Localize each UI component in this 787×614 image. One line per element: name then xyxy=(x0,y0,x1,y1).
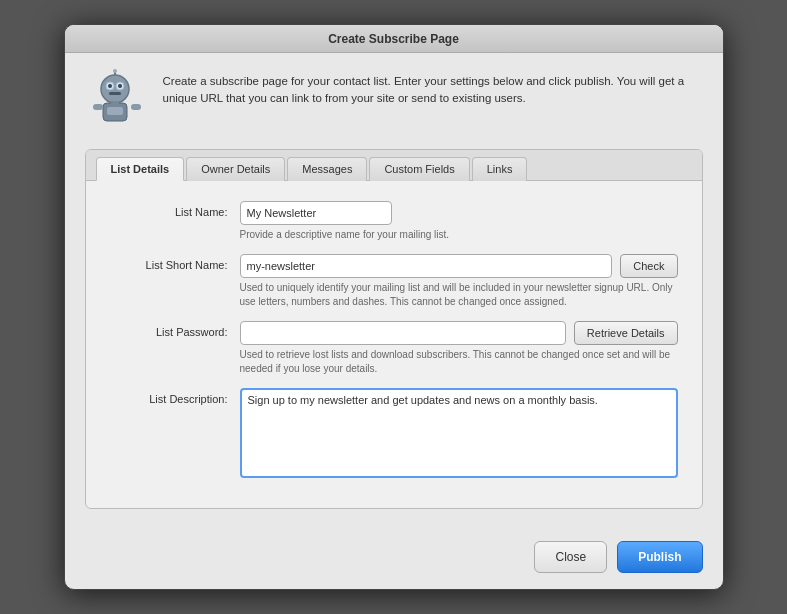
list-description-field-wrap: Sign up to my newsletter and get updates… xyxy=(240,388,678,482)
list-short-name-input-row: Check xyxy=(240,254,678,278)
list-short-name-field-wrap: Check Used to uniquely identify your mai… xyxy=(240,254,678,309)
list-password-input[interactable] xyxy=(240,321,566,345)
close-button[interactable]: Close xyxy=(534,541,607,573)
svg-rect-10 xyxy=(93,104,103,110)
list-description-input[interactable]: Sign up to my newsletter and get updates… xyxy=(240,388,678,478)
svg-rect-9 xyxy=(107,107,123,115)
list-short-name-hint: Used to uniquely identify your mailing l… xyxy=(240,281,678,309)
tab-custom-fields[interactable]: Custom Fields xyxy=(369,157,469,181)
list-name-field-wrap: Provide a descriptive name for your mail… xyxy=(240,201,678,242)
tab-list-details[interactable]: List Details xyxy=(96,157,185,181)
header-description: Create a subscribe page for your contact… xyxy=(163,69,703,108)
header-area: Create a subscribe page for your contact… xyxy=(85,69,703,133)
list-password-hint: Used to retrieve lost lists and download… xyxy=(240,348,678,376)
tab-messages[interactable]: Messages xyxy=(287,157,367,181)
svg-point-0 xyxy=(101,75,129,103)
robot-svg xyxy=(85,69,149,133)
tabs-bar: List Details Owner Details Messages Cust… xyxy=(86,150,702,181)
list-password-input-row: Retrieve Details xyxy=(240,321,678,345)
footer: Close Publish xyxy=(65,529,723,589)
tab-links[interactable]: Links xyxy=(472,157,528,181)
titlebar: Create Subscribe Page xyxy=(65,25,723,53)
window-title: Create Subscribe Page xyxy=(328,32,459,46)
robot-icon xyxy=(85,69,149,133)
list-name-row: List Name: Provide a descriptive name fo… xyxy=(110,201,678,242)
list-password-row: List Password: Retrieve Details Used to … xyxy=(110,321,678,376)
list-short-name-row: List Short Name: Check Used to uniquely … xyxy=(110,254,678,309)
list-description-row: List Description: Sign up to my newslett… xyxy=(110,388,678,482)
main-panel: List Details Owner Details Messages Cust… xyxy=(85,149,703,509)
tab-owner-details[interactable]: Owner Details xyxy=(186,157,285,181)
svg-point-4 xyxy=(118,84,122,88)
list-name-label: List Name: xyxy=(110,201,240,218)
svg-rect-7 xyxy=(109,92,121,95)
tab-content: List Name: Provide a descriptive name fo… xyxy=(86,181,702,508)
list-name-hint: Provide a descriptive name for your mail… xyxy=(240,228,678,242)
check-button[interactable]: Check xyxy=(620,254,677,278)
retrieve-details-button[interactable]: Retrieve Details xyxy=(574,321,678,345)
list-short-name-input[interactable] xyxy=(240,254,613,278)
svg-point-6 xyxy=(113,69,117,73)
svg-point-3 xyxy=(108,84,112,88)
svg-rect-12 xyxy=(111,101,119,105)
list-short-name-label: List Short Name: xyxy=(110,254,240,271)
window-content: Create a subscribe page for your contact… xyxy=(65,53,723,529)
list-name-input[interactable] xyxy=(240,201,392,225)
list-password-field-wrap: Retrieve Details Used to retrieve lost l… xyxy=(240,321,678,376)
list-password-label: List Password: xyxy=(110,321,240,338)
list-description-label: List Description: xyxy=(110,388,240,405)
svg-rect-11 xyxy=(131,104,141,110)
main-window: Create Subscribe Page xyxy=(64,24,724,590)
publish-button[interactable]: Publish xyxy=(617,541,702,573)
